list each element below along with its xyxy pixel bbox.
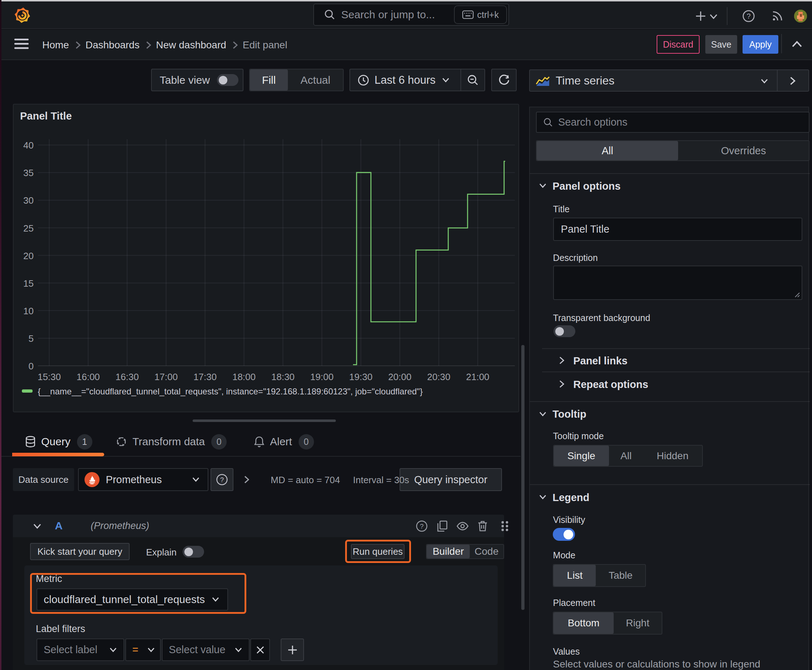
svg-text:?: ?	[420, 523, 423, 530]
svg-text:19:30: 19:30	[349, 372, 372, 382]
svg-text:40: 40	[23, 140, 34, 151]
svg-text:?: ?	[220, 476, 224, 484]
svg-text:10: 10	[23, 306, 34, 316]
svg-text:16:30: 16:30	[116, 372, 139, 382]
svg-text:20: 20	[23, 250, 34, 261]
svg-text:18:00: 18:00	[232, 372, 256, 382]
svg-text:35: 35	[23, 168, 34, 178]
svg-text:16:00: 16:00	[76, 372, 100, 382]
svg-text:20:00: 20:00	[388, 372, 411, 382]
svg-text:?: ?	[746, 12, 751, 20]
svg-text:15:30: 15:30	[37, 372, 61, 382]
svg-text:19:00: 19:00	[310, 372, 334, 382]
svg-text:0: 0	[29, 361, 34, 372]
svg-text:30: 30	[23, 195, 34, 206]
svg-text:15: 15	[23, 278, 34, 289]
svg-text:17:30: 17:30	[193, 372, 217, 382]
svg-text:21:00: 21:00	[466, 372, 490, 382]
svg-text:18:30: 18:30	[271, 372, 295, 382]
svg-text:17:00: 17:00	[154, 372, 178, 382]
svg-text:25: 25	[23, 223, 34, 234]
svg-text:5: 5	[29, 333, 34, 344]
svg-text:20:30: 20:30	[427, 372, 450, 382]
